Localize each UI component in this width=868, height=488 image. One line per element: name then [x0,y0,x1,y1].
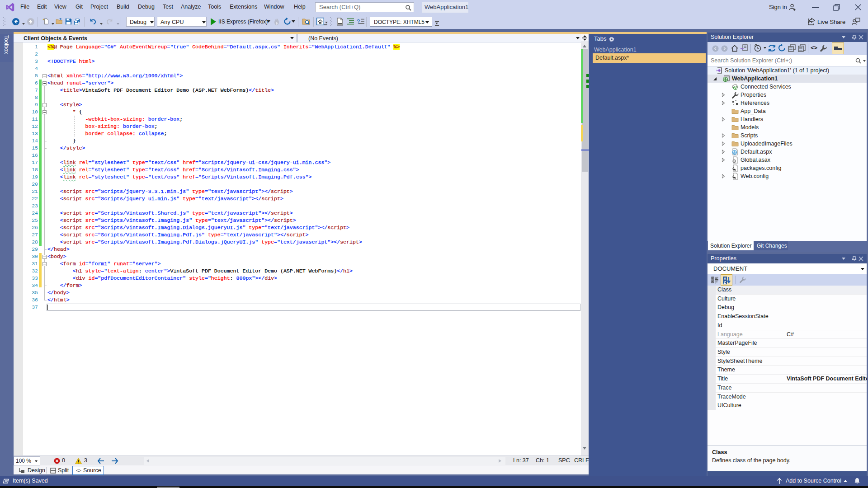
svg-text:Z: Z [723,280,726,285]
